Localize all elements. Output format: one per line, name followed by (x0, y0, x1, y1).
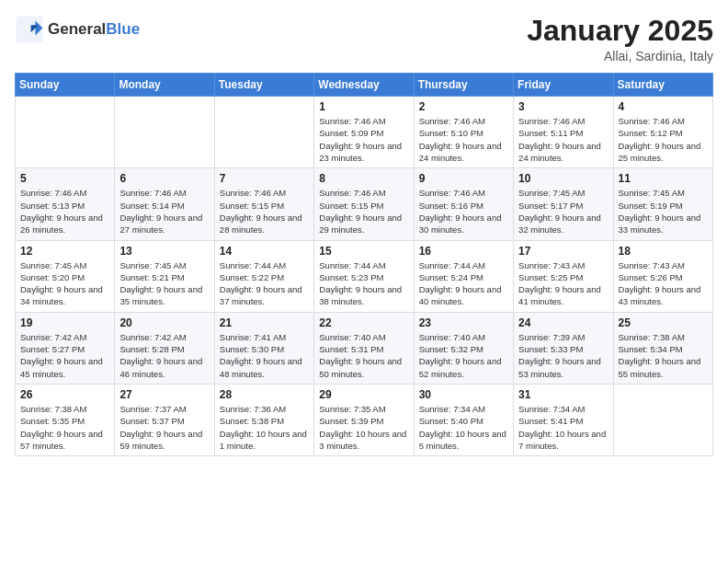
month-title: January 2025 (527, 15, 713, 47)
calendar-cell: 22Sunrise: 7:40 AM Sunset: 5:31 PM Dayli… (314, 312, 414, 384)
day-info: Sunrise: 7:45 AM Sunset: 5:20 PM Dayligh… (20, 259, 109, 308)
weekday-header-monday: Monday (115, 74, 214, 97)
calendar-cell: 19Sunrise: 7:42 AM Sunset: 5:27 PM Dayli… (16, 312, 115, 384)
day-info: Sunrise: 7:43 AM Sunset: 5:25 PM Dayligh… (518, 259, 608, 308)
calendar-cell: 6Sunrise: 7:46 AM Sunset: 5:14 PM Daylig… (115, 168, 214, 240)
day-number: 8 (319, 172, 408, 185)
page: GeneralBlue January 2025 Allai, Sardinia… (0, 0, 728, 465)
calendar-cell (613, 384, 712, 455)
calendar-cell: 24Sunrise: 7:39 AM Sunset: 5:33 PM Dayli… (514, 312, 613, 384)
day-number: 29 (319, 388, 408, 401)
logo-icon (15, 15, 44, 44)
weekday-header-thursday: Thursday (414, 74, 513, 97)
calendar-cell: 10Sunrise: 7:45 AM Sunset: 5:17 PM Dayli… (514, 168, 613, 240)
day-number: 16 (419, 245, 508, 258)
logo-blue: Blue (106, 20, 140, 38)
calendar-cell: 1Sunrise: 7:46 AM Sunset: 5:09 PM Daylig… (314, 97, 414, 168)
day-number: 14 (220, 245, 309, 258)
calendar-cell: 7Sunrise: 7:46 AM Sunset: 5:15 PM Daylig… (214, 168, 313, 240)
calendar-table: SundayMondayTuesdayWednesdayThursdayFrid… (15, 73, 713, 456)
location-subtitle: Allai, Sardinia, Italy (527, 49, 713, 63)
day-info: Sunrise: 7:46 AM Sunset: 5:15 PM Dayligh… (220, 187, 309, 236)
week-row-4: 19Sunrise: 7:42 AM Sunset: 5:27 PM Dayli… (16, 312, 713, 384)
day-number: 17 (518, 245, 608, 258)
logo-general: General (48, 20, 106, 38)
calendar-cell: 2Sunrise: 7:46 AM Sunset: 5:10 PM Daylig… (414, 97, 513, 168)
weekday-header-saturday: Saturday (613, 74, 712, 97)
day-info: Sunrise: 7:38 AM Sunset: 5:34 PM Dayligh… (619, 331, 708, 380)
day-info: Sunrise: 7:46 AM Sunset: 5:16 PM Dayligh… (419, 187, 508, 236)
calendar-cell: 11Sunrise: 7:45 AM Sunset: 5:19 PM Dayli… (613, 168, 712, 240)
day-info: Sunrise: 7:46 AM Sunset: 5:11 PM Dayligh… (518, 115, 608, 164)
calendar-cell: 18Sunrise: 7:43 AM Sunset: 5:26 PM Dayli… (613, 240, 712, 312)
calendar-cell: 5Sunrise: 7:46 AM Sunset: 5:13 PM Daylig… (16, 168, 115, 240)
day-number: 20 (119, 316, 209, 329)
day-number: 28 (220, 388, 309, 401)
calendar-cell (115, 97, 214, 168)
calendar-cell: 3Sunrise: 7:46 AM Sunset: 5:11 PM Daylig… (514, 97, 613, 168)
calendar-cell: 26Sunrise: 7:38 AM Sunset: 5:35 PM Dayli… (16, 384, 115, 455)
day-number: 5 (20, 172, 109, 185)
day-info: Sunrise: 7:45 AM Sunset: 5:19 PM Dayligh… (619, 187, 708, 236)
calendar-cell: 20Sunrise: 7:42 AM Sunset: 5:28 PM Dayli… (115, 312, 214, 384)
day-info: Sunrise: 7:37 AM Sunset: 5:37 PM Dayligh… (119, 403, 209, 452)
weekday-header-tuesday: Tuesday (214, 74, 313, 97)
week-row-5: 26Sunrise: 7:38 AM Sunset: 5:35 PM Dayli… (16, 384, 713, 455)
day-info: Sunrise: 7:46 AM Sunset: 5:09 PM Dayligh… (319, 115, 408, 164)
day-info: Sunrise: 7:46 AM Sunset: 5:13 PM Dayligh… (20, 187, 109, 236)
calendar-cell: 21Sunrise: 7:41 AM Sunset: 5:30 PM Dayli… (214, 312, 313, 384)
day-info: Sunrise: 7:42 AM Sunset: 5:27 PM Dayligh… (20, 331, 109, 380)
calendar-cell: 25Sunrise: 7:38 AM Sunset: 5:34 PM Dayli… (613, 312, 712, 384)
calendar-cell: 8Sunrise: 7:46 AM Sunset: 5:15 PM Daylig… (314, 168, 414, 240)
calendar-cell: 14Sunrise: 7:44 AM Sunset: 5:22 PM Dayli… (214, 240, 313, 312)
day-number: 19 (20, 316, 109, 329)
day-number: 11 (619, 172, 708, 185)
day-number: 31 (518, 388, 608, 401)
day-info: Sunrise: 7:43 AM Sunset: 5:26 PM Dayligh… (619, 259, 708, 308)
day-info: Sunrise: 7:35 AM Sunset: 5:39 PM Dayligh… (319, 403, 408, 452)
calendar-cell: 13Sunrise: 7:45 AM Sunset: 5:21 PM Dayli… (115, 240, 214, 312)
day-info: Sunrise: 7:44 AM Sunset: 5:23 PM Dayligh… (319, 259, 408, 308)
weekday-header-row: SundayMondayTuesdayWednesdayThursdayFrid… (16, 74, 713, 97)
day-number: 13 (119, 245, 209, 258)
day-info: Sunrise: 7:44 AM Sunset: 5:22 PM Dayligh… (220, 259, 309, 308)
day-number: 18 (619, 245, 708, 258)
calendar-cell: 29Sunrise: 7:35 AM Sunset: 5:39 PM Dayli… (314, 384, 414, 455)
day-info: Sunrise: 7:39 AM Sunset: 5:33 PM Dayligh… (518, 331, 608, 380)
day-number: 26 (20, 388, 109, 401)
day-info: Sunrise: 7:45 AM Sunset: 5:17 PM Dayligh… (518, 187, 608, 236)
day-info: Sunrise: 7:42 AM Sunset: 5:28 PM Dayligh… (119, 331, 209, 380)
day-info: Sunrise: 7:36 AM Sunset: 5:38 PM Dayligh… (220, 403, 309, 452)
day-number: 6 (119, 172, 209, 185)
day-number: 12 (20, 245, 109, 258)
weekday-header-wednesday: Wednesday (314, 74, 414, 97)
day-number: 9 (419, 172, 508, 185)
day-info: Sunrise: 7:46 AM Sunset: 5:14 PM Dayligh… (119, 187, 209, 236)
calendar-cell: 27Sunrise: 7:37 AM Sunset: 5:37 PM Dayli… (115, 384, 214, 455)
week-row-2: 5Sunrise: 7:46 AM Sunset: 5:13 PM Daylig… (16, 168, 713, 240)
calendar-cell: 31Sunrise: 7:34 AM Sunset: 5:41 PM Dayli… (514, 384, 613, 455)
day-number: 4 (619, 100, 708, 113)
day-number: 21 (220, 316, 309, 329)
day-number: 27 (119, 388, 209, 401)
calendar-cell: 30Sunrise: 7:34 AM Sunset: 5:40 PM Dayli… (414, 384, 513, 455)
calendar-cell: 16Sunrise: 7:44 AM Sunset: 5:24 PM Dayli… (414, 240, 513, 312)
day-number: 23 (419, 316, 508, 329)
header: GeneralBlue January 2025 Allai, Sardinia… (15, 15, 713, 63)
calendar-cell: 23Sunrise: 7:40 AM Sunset: 5:32 PM Dayli… (414, 312, 513, 384)
day-info: Sunrise: 7:40 AM Sunset: 5:32 PM Dayligh… (419, 331, 508, 380)
day-number: 1 (319, 100, 408, 113)
day-info: Sunrise: 7:40 AM Sunset: 5:31 PM Dayligh… (319, 331, 408, 380)
day-number: 2 (419, 100, 508, 113)
week-row-1: 1Sunrise: 7:46 AM Sunset: 5:09 PM Daylig… (16, 97, 713, 168)
day-info: Sunrise: 7:46 AM Sunset: 5:15 PM Dayligh… (319, 187, 408, 236)
calendar-cell: 12Sunrise: 7:45 AM Sunset: 5:20 PM Dayli… (16, 240, 115, 312)
day-info: Sunrise: 7:45 AM Sunset: 5:21 PM Dayligh… (119, 259, 209, 308)
day-number: 7 (220, 172, 309, 185)
calendar-cell: 15Sunrise: 7:44 AM Sunset: 5:23 PM Dayli… (314, 240, 414, 312)
weekday-header-friday: Friday (514, 74, 613, 97)
calendar-cell: 17Sunrise: 7:43 AM Sunset: 5:25 PM Dayli… (514, 240, 613, 312)
day-number: 10 (518, 172, 608, 185)
title-block: January 2025 Allai, Sardinia, Italy (527, 15, 713, 63)
day-info: Sunrise: 7:46 AM Sunset: 5:12 PM Dayligh… (619, 115, 708, 164)
